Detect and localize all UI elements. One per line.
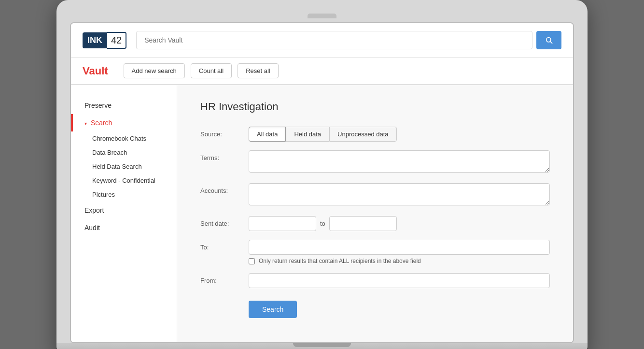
vault-title: Vault	[83, 65, 108, 77]
to-label: To:	[200, 240, 249, 251]
logo-ink: INK	[83, 32, 107, 48]
logo: INK 42	[83, 32, 126, 49]
arrow-icon: ▾	[84, 121, 87, 126]
search-label: Search	[91, 119, 112, 127]
sidebar-item-audit[interactable]: Audit	[71, 219, 177, 236]
accounts-label: Accounts:	[200, 183, 249, 194]
terms-row: Terms:	[200, 150, 550, 174]
checkbox-label: Only return results that contain ALL rec…	[259, 258, 421, 264]
accounts-input[interactable]	[249, 183, 550, 205]
header-search-container	[136, 31, 561, 49]
source-unprocessed-data-button[interactable]: Unprocessed data	[329, 127, 397, 142]
search-vault-input[interactable]	[136, 31, 532, 49]
from-input[interactable]	[249, 273, 550, 288]
sent-date-label: Sent date:	[200, 216, 249, 227]
source-held-data-button[interactable]: Held data	[286, 127, 329, 142]
preserve-label: Preserve	[84, 102, 112, 109]
source-label: Source:	[200, 127, 249, 138]
to-row: To: Only return results that contain ALL…	[200, 240, 550, 264]
count-all-button[interactable]: Count all	[191, 63, 232, 78]
accounts-control	[249, 183, 550, 207]
sidebar-item-preserve[interactable]: Preserve	[71, 97, 177, 114]
form-title: HR Investigation	[200, 101, 550, 113]
source-all-data-button[interactable]: All data	[249, 127, 286, 142]
search-icon	[545, 36, 553, 44]
sidebar-sub-item-pictures[interactable]: Pictures	[71, 188, 177, 202]
sidebar-sub-item-held-data-search[interactable]: Held Data Search	[71, 160, 177, 174]
sent-date-from-input[interactable]	[249, 216, 316, 231]
date-to-separator: to	[320, 220, 325, 227]
add-new-search-button[interactable]: Add new search	[124, 63, 185, 78]
to-input[interactable]	[249, 240, 550, 255]
sidebar-item-export[interactable]: Export	[71, 202, 177, 219]
search-button-row: Search	[200, 297, 550, 318]
sent-date-to-input[interactable]	[329, 216, 397, 231]
to-control: Only return results that contain ALL rec…	[249, 240, 550, 264]
main-content: Preserve ▾ Search Chromebook Chats Data …	[71, 85, 573, 342]
search-button-control: Search	[249, 297, 550, 318]
source-row: Source: All data Held data Unprocessed d…	[200, 127, 550, 142]
audit-label: Audit	[84, 224, 100, 232]
svg-line-1	[550, 42, 552, 44]
all-recipients-checkbox[interactable]	[249, 258, 255, 264]
source-buttons: All data Held data Unprocessed data	[249, 127, 550, 142]
sent-date-control: to	[249, 216, 550, 231]
sent-date-row: Sent date: to	[200, 216, 550, 231]
from-row: From:	[200, 273, 550, 288]
sidebar: Preserve ▾ Search Chromebook Chats Data …	[71, 85, 177, 342]
terms-label: Terms:	[200, 150, 249, 161]
header: INK 42	[71, 23, 573, 58]
logo-number: 42	[107, 32, 126, 49]
form-area: HR Investigation Source: All data Held d…	[177, 85, 573, 342]
sidebar-sub-item-keyword-confidential[interactable]: Keyword - Confidential	[71, 174, 177, 188]
sidebar-item-search[interactable]: ▾ Search	[71, 114, 177, 131]
sub-header: Vault Add new search Count all Reset all	[71, 58, 573, 85]
export-label: Export	[84, 206, 104, 214]
from-control	[249, 273, 550, 288]
terms-control	[249, 150, 550, 174]
search-vault-button[interactable]	[536, 31, 561, 49]
terms-input[interactable]	[249, 150, 550, 173]
laptop-base	[56, 343, 588, 349]
laptop-screen: INK 42 Vault Add new search Count all Re…	[70, 22, 574, 343]
sidebar-sub-item-data-breach[interactable]: Data Breach	[71, 145, 177, 160]
checkbox-row: Only return results that contain ALL rec…	[249, 258, 550, 264]
from-label: From:	[200, 273, 249, 284]
search-submit-button[interactable]: Search	[249, 301, 297, 318]
laptop-notch	[308, 14, 336, 18]
reset-all-button[interactable]: Reset all	[238, 63, 279, 78]
accounts-row: Accounts:	[200, 183, 550, 207]
sidebar-sub-item-chromebook-chats[interactable]: Chromebook Chats	[71, 131, 177, 145]
